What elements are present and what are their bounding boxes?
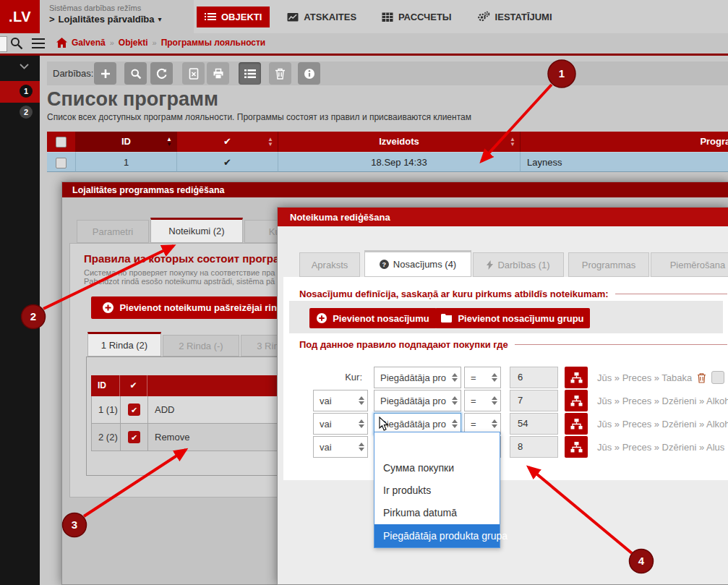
tab-apraksts[interactable]: Apraksts [299,252,360,277]
menu-item-objekti[interactable]: OBJEKTI [197,7,270,27]
sidebar-badge-1[interactable]: 1 [20,85,33,98]
field-select[interactable]: Piegādātāja pro [374,367,461,388]
header-programma[interactable]: Programma [521,132,728,152]
tree-select-button[interactable] [565,436,588,458]
select-spinner-icon [449,393,458,408]
tab-programmas[interactable]: Programmas [568,252,649,277]
page-subtitle: Список всех доступных программ лояльност… [47,112,471,122]
join-select[interactable]: vai [313,413,368,435]
operator-select[interactable]: = [464,390,501,411]
value-input[interactable]: 54 [510,413,558,435]
search-input[interactable] [0,36,7,52]
print-button[interactable] [207,62,229,85]
list-view-button[interactable] [239,62,261,85]
sitemap-icon [570,396,583,406]
actions-toolbar [47,61,728,85]
dialog-titlebar[interactable]: Noteikuma rediģēšana [278,208,728,226]
row-id-cell: 1 [76,152,177,172]
menu-item-iestatijumi[interactable]: IESTATĪJUMI [469,6,560,27]
actions-label: Darbības: [53,61,93,85]
row-select-cell[interactable] [47,152,76,172]
dropdown-option-highlighted[interactable]: Piegādātāja produkta grupa [374,524,500,547]
search-button[interactable] [124,62,147,85]
tab-parametri[interactable]: Parametri [77,220,149,243]
operator-select[interactable]: = [464,367,501,388]
rules-header-check[interactable]: ✔ [120,375,147,396]
add-button[interactable] [94,62,116,85]
home-icon[interactable] [56,38,67,48]
rules-header-id[interactable]: ID [91,375,120,396]
tab-noteikumi[interactable]: Noteikumi (2) [150,218,243,243]
refresh-button[interactable] [150,62,173,85]
menu-item-atskaites[interactable]: ATSKAITES [279,7,364,27]
join-select[interactable]: vai [313,436,368,458]
condition-row: vai Piegādātāja pro = 8 Jūs » Preces » D… [278,436,728,458]
sort-icon[interactable]: ▲▼ [510,132,515,152]
table-row[interactable]: 1 ✔ 18.Sep 14:33 Layness [47,152,728,172]
where-heading: Под данное правило подпадают покупки где [299,339,727,350]
mode-prefix: > [49,14,55,25]
header-active[interactable]: ✔ ▲▼ [177,132,278,152]
tab-piemerosana[interactable]: Piemērošana [651,252,728,277]
sort-icon[interactable]: ▲▼ [267,132,273,152]
rules-desc-2: Pabeidzot rindā esošo noteikumu apstrādi… [84,277,275,286]
trash-icon[interactable] [697,372,706,383]
condition-row: vai Piegādātāja pro = 7 Jūs » Preces » D… [278,390,728,411]
condition-checkbox[interactable] [711,371,724,384]
table-list-icon [244,69,256,79]
list-icon [205,12,216,22]
rule-check-cell[interactable]: ✔ [120,396,147,424]
header-select-all[interactable] [47,132,76,152]
breadcrumb-item-galvena[interactable]: Galvenā [72,38,106,48]
header-id[interactable]: ID ▲▼ [76,132,177,152]
info-button[interactable] [298,62,320,85]
search-icon[interactable] [10,37,23,50]
tab-darbibas[interactable]: Darbības (1) [473,252,564,277]
menu-item-rasschety[interactable]: РАССЧЕТЫ [374,7,460,27]
value-input[interactable]: 6 [510,367,558,388]
checked-checkbox[interactable]: ✔ [128,403,140,416]
tab-rinda-2[interactable]: 2 Rinda (-) [163,335,239,356]
header-izveidots[interactable]: Izveidots ▲▼ [278,132,521,152]
breadcrumb: Galvenā » Objekti » Программы лояльности [56,38,265,48]
dropdown-option[interactable]: Сумма покупки [374,457,500,479]
checkbox[interactable] [56,158,67,168]
select-spinner-icon [356,417,364,431]
dialog-titlebar[interactable]: Lojalitātes programmas rediģēšana [62,182,728,197]
sort-icon[interactable]: ▲▼ [166,132,172,152]
tree-select-button[interactable] [565,367,588,388]
breadcrumb-item-programmas[interactable]: Программы лояльности [161,38,266,48]
dropdown-option[interactable]: Pirkuma datumā [374,502,500,524]
question-icon: ? [380,260,389,269]
tab-nosacijums[interactable]: ? Nosacījums (4) [364,250,471,277]
tab-rinda-1[interactable]: 1 Rinda (2) [87,332,161,356]
add-condition-group-button[interactable]: Pievienot nosacījumu grupu [435,308,590,328]
row-active-cell: ✔ [177,152,278,172]
sidebar-chevron-down-icon[interactable] [20,64,29,69]
system-mode-block[interactable]: Sistēmas darbības režīms > Lojalitātes p… [49,4,162,25]
checkbox[interactable] [56,137,67,148]
field-select[interactable]: Piegādātāja pro [374,390,461,411]
programs-table: ID ▲▼ ✔ ▲▼ Izveidots ▲▼ Programma 1 ✔ 18… [47,132,728,172]
delete-button[interactable] [269,62,291,85]
condition-path: Jūs » Preces » Tabaka [597,367,724,388]
dropdown-option-blank[interactable] [374,432,500,457]
dropdown-option[interactable]: Ir produkts [374,479,500,502]
screen: .LV Sistēmas darbības režīms > Lojalitāt… [0,0,728,585]
value-input[interactable]: 8 [510,436,558,458]
add-rule-button[interactable]: Pievienot noteikumu pašreizējai rindai [91,296,302,319]
menu-label: ATSKAITES [304,12,356,22]
rule-check-cell[interactable]: ✔ [120,424,147,451]
app-logo[interactable]: .LV [0,0,40,33]
export-excel-button[interactable] [182,62,205,85]
join-select[interactable]: vai [313,390,368,411]
tree-select-button[interactable] [565,413,588,435]
breadcrumb-item-objekti[interactable]: Objekti [119,38,148,48]
checked-checkbox[interactable]: ✔ [128,431,140,443]
tree-select-button[interactable] [565,390,588,411]
sidebar-badge-2[interactable]: 2 [20,106,33,119]
value-input[interactable]: 7 [510,390,558,411]
add-condition-button[interactable]: Pievienot nosacījumu [309,308,437,328]
hamburger-menu-icon[interactable] [32,38,45,48]
system-mode-value[interactable]: > Lojalitātes pārvaldība ▾ [49,14,162,25]
